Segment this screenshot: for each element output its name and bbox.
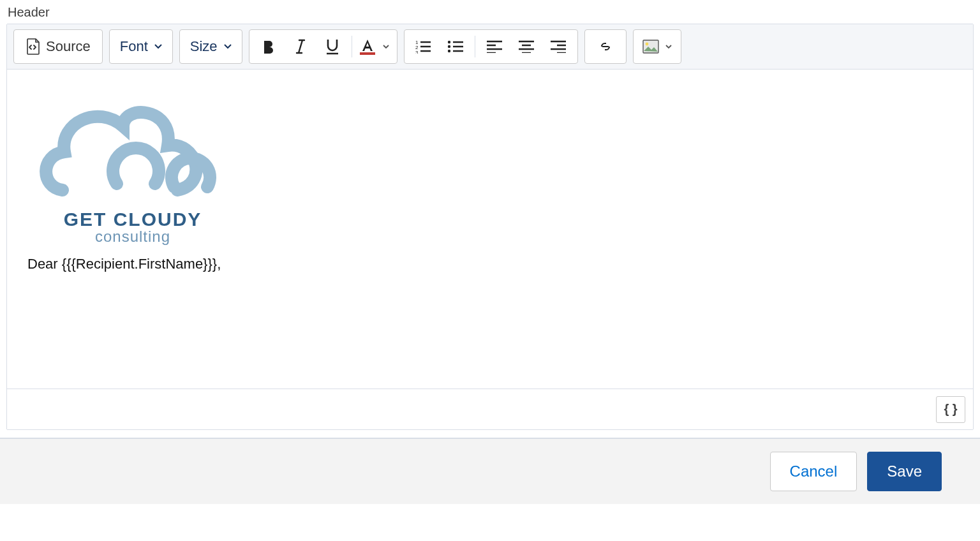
logo-text-line1: GET CLOUDY xyxy=(64,210,202,229)
source-button[interactable]: Source xyxy=(20,36,96,57)
link-button[interactable] xyxy=(591,34,620,59)
toolbar-separator xyxy=(475,36,475,57)
toolbar-group-paragraph: 123 xyxy=(404,29,578,64)
align-center-icon xyxy=(519,40,534,53)
greeting-text: Dear {{{Recipient.FirstName}}}, xyxy=(27,256,953,272)
toolbar-separator xyxy=(352,36,352,57)
align-right-icon xyxy=(551,40,566,53)
chevron-down-icon xyxy=(665,45,672,49)
save-button[interactable]: Save xyxy=(867,452,942,491)
font-dropdown[interactable]: Font xyxy=(116,38,166,55)
svg-point-3 xyxy=(447,41,450,43)
chevron-down-icon xyxy=(383,45,389,49)
toolbar-group-size: Size xyxy=(179,29,242,64)
page-footer: Cancel Save xyxy=(0,438,980,504)
bulleted-list-button[interactable] xyxy=(442,34,470,59)
text-color-button[interactable] xyxy=(357,39,392,55)
merge-field-button[interactable]: { } xyxy=(936,396,965,423)
editor-content-area[interactable]: GET CLOUDY consulting Dear {{{Recipient.… xyxy=(7,70,973,389)
editor-footer: { } xyxy=(7,389,973,429)
source-label: Source xyxy=(46,38,91,55)
text-color-icon xyxy=(360,39,375,55)
bold-icon xyxy=(262,39,275,54)
underline-button[interactable] xyxy=(318,34,346,59)
braces-icon: { } xyxy=(944,402,957,417)
svg-text:3: 3 xyxy=(415,50,419,54)
image-button[interactable] xyxy=(640,40,674,54)
toolbar-group-font: Font xyxy=(109,29,173,64)
chevron-down-icon xyxy=(154,44,162,49)
svg-point-4 xyxy=(447,45,450,48)
toolbar-group-format xyxy=(249,29,397,64)
rich-text-editor: Source Font Size xyxy=(6,24,974,430)
toolbar-group-source: Source xyxy=(13,29,103,64)
field-label: Header xyxy=(8,5,974,20)
cancel-button[interactable]: Cancel xyxy=(770,452,858,491)
svg-point-5 xyxy=(447,50,450,52)
editor-toolbar: Source Font Size xyxy=(7,24,973,70)
bulleted-list-icon xyxy=(447,40,464,54)
toolbar-group-link xyxy=(584,29,627,64)
italic-icon xyxy=(295,39,306,54)
chevron-down-icon xyxy=(224,44,232,49)
underline-icon xyxy=(325,38,339,55)
numbered-list-icon: 123 xyxy=(415,40,432,54)
bold-button[interactable] xyxy=(255,34,283,59)
size-dropdown[interactable]: Size xyxy=(186,38,235,55)
align-center-button[interactable] xyxy=(512,34,540,59)
toolbar-group-image xyxy=(633,29,681,64)
numbered-list-button[interactable]: 123 xyxy=(410,34,438,59)
cloud-logo-icon xyxy=(27,91,238,212)
italic-button[interactable] xyxy=(286,34,315,59)
align-left-button[interactable] xyxy=(480,34,509,59)
font-label: Font xyxy=(120,38,148,55)
svg-point-7 xyxy=(645,43,648,46)
align-left-icon xyxy=(487,40,502,53)
image-icon xyxy=(642,40,659,54)
logo-text-line2: consulting xyxy=(95,229,170,244)
align-right-button[interactable] xyxy=(544,34,572,59)
size-label: Size xyxy=(190,38,218,55)
source-icon xyxy=(26,38,40,55)
link-icon xyxy=(597,41,614,52)
logo-image: GET CLOUDY consulting xyxy=(27,85,238,244)
